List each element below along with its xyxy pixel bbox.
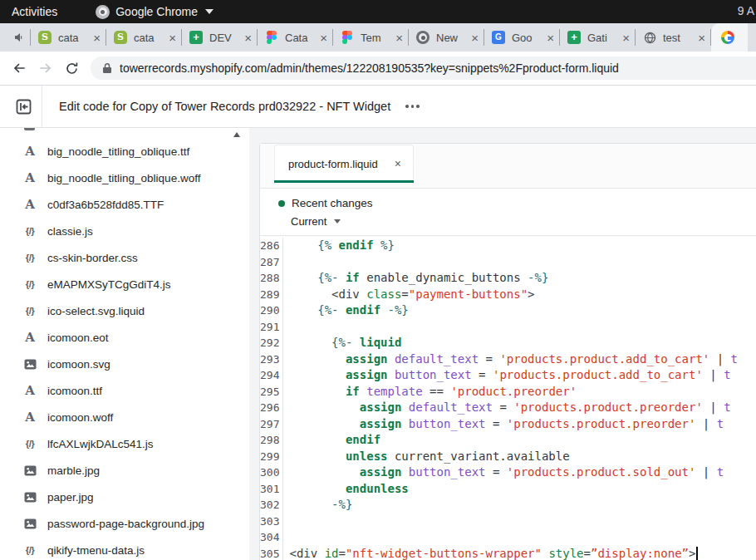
code-line[interactable]: 303 (260, 513, 756, 530)
tab-close-icon[interactable]: × (698, 32, 705, 44)
shopify-header: Edit code for Copy of Tower Records prd0… (0, 86, 756, 128)
back-button[interactable] (12, 61, 27, 76)
activities-button[interactable]: Activities (12, 5, 57, 18)
code-file-icon: {/} (22, 279, 37, 289)
tab-close-icon[interactable]: × (244, 32, 252, 44)
code-line[interactable]: 292 {%- liquid (260, 335, 756, 351)
code-text (283, 529, 289, 546)
file-row[interactable]: {/}cs-skin-border.css (0, 244, 249, 271)
browser-tab[interactable]: Cata× (258, 23, 332, 52)
code-text: assign default_text = 'products.product.… (283, 400, 730, 416)
tab-title: test (663, 32, 695, 44)
file-row[interactable]: {/}eMAPMXSyTCgGdiT4.js (0, 271, 249, 297)
file-row[interactable]: {/}qikify-tmenu-data.js (0, 537, 249, 560)
tab-title: Tem (361, 32, 392, 44)
tab-close-icon[interactable]: × (395, 32, 403, 44)
browser-tab[interactable]: test× (636, 23, 710, 52)
code-line[interactable]: 295 if template == 'product.preorder' (260, 384, 756, 400)
tab-close-icon[interactable]: × (622, 32, 630, 44)
tab-title: cata (58, 32, 90, 44)
browser-tab[interactable]: GGoo× (484, 23, 559, 52)
file-row[interactable]: Abig_noodle_titling_oblique.woff (0, 165, 249, 191)
code-text: endunless (283, 481, 408, 498)
file-row[interactable]: icomoon.svg (0, 351, 249, 377)
tab-close-icon[interactable]: × (320, 32, 327, 44)
file-row[interactable]: marble.jpg (0, 457, 249, 484)
address-bar[interactable]: towerrecords.myshopify.com/admin/themes/… (91, 56, 756, 80)
code-line[interactable]: 302 -%} (260, 497, 756, 513)
app-menu[interactable]: Google Chrome (96, 5, 214, 19)
browser-tab[interactable]: Tem× (333, 23, 408, 52)
lock-icon (102, 62, 112, 74)
line-number: 290 (260, 302, 283, 319)
editor-tab-bar: product-form.liquid × (260, 144, 756, 189)
code-line[interactable]: 304 (260, 529, 756, 546)
editor-tab-close-icon[interactable]: × (395, 157, 401, 170)
page-title: Edit code for Copy of Tower Records prd0… (59, 100, 390, 113)
code-text: if template == 'product.preorder' (283, 384, 577, 400)
code-line[interactable]: 288 {%- if enable_dynamic_buttons -%} (260, 270, 756, 287)
browser-tab[interactable]: Scata× (31, 23, 106, 52)
code-line[interactable]: 301 endunless (260, 481, 756, 498)
chrome-app-icon (96, 5, 110, 19)
scrollbar-up-arrow[interactable] (233, 132, 240, 137)
code-line[interactable]: 290 {%- endif -%} (260, 302, 756, 319)
browser-tab[interactable]: +Gati× (560, 23, 635, 52)
file-row[interactable]: Aicomoon.woff (0, 404, 249, 430)
file-name: icomoon.eot (47, 332, 109, 344)
file-row[interactable]: Aicomoon.eot (0, 324, 249, 351)
line-number: 300 (260, 464, 283, 481)
file-row[interactable]: Ac0df3a6b528fdd85.TTF (0, 191, 249, 218)
file-row[interactable]: {/}lfcAXLwjkDALc541.js (0, 430, 249, 457)
speaker-icon[interactable] (13, 32, 25, 43)
file-row[interactable]: paper.jpg (0, 484, 249, 510)
forward-button[interactable] (38, 61, 53, 76)
line-number: 297 (260, 416, 283, 433)
file-row[interactable]: {/}classie.js (0, 218, 249, 244)
tab-close-icon[interactable]: × (169, 32, 176, 44)
file-row[interactable]: password-page-background.jpg (0, 510, 249, 537)
browser-tab[interactable]: New× (409, 23, 484, 52)
font-file-icon: A (22, 170, 37, 185)
browser-tab-strip: Scata×Scata×+DEV×Cata×Tem×New×GGoo×+Gati… (0, 23, 756, 52)
version-dropdown[interactable]: Current (291, 215, 756, 228)
tab-close-icon[interactable]: × (93, 32, 101, 44)
code-line[interactable]: 297 assign button_text = 'products.produ… (260, 416, 756, 433)
font-file-icon: A (22, 144, 37, 159)
code-text: assign button_text = 'products.product.p… (283, 416, 724, 433)
code-line[interactable]: 299 unless current_variant.available (260, 449, 756, 465)
font-file-icon: A (22, 410, 37, 425)
line-number: 287 (260, 254, 283, 271)
browser-tab-partial[interactable] (711, 23, 748, 52)
sheets-favicon: + (189, 31, 203, 44)
browser-tab[interactable]: Scata× (106, 23, 181, 52)
file-name: c0df3a6b528fdd85.TTF (47, 199, 164, 211)
editor-tab-product-form[interactable]: product-form.liquid × (274, 145, 414, 182)
code-line[interactable]: 294 assign button_text = 'products.produ… (260, 367, 756, 384)
code-line[interactable]: 289 <div class="payment-buttons"> (260, 287, 756, 303)
more-actions-button[interactable] (405, 105, 420, 108)
code-area[interactable]: 286 {% endif %}287288 {%- if enable_dyna… (260, 236, 756, 560)
code-line[interactable]: 298 endif (260, 432, 756, 449)
tab-close-icon[interactable]: × (547, 32, 554, 44)
file-row[interactable]: Abig_noodle_titling_oblique.ttf (0, 138, 249, 165)
file-row[interactable]: Aicomoon.ttf (0, 377, 249, 404)
code-line[interactable]: 291 (260, 319, 756, 336)
code-line[interactable]: 305<div id="nft-widget-buttons-wrapper" … (260, 546, 756, 560)
clock[interactable]: 9 A (738, 4, 754, 17)
tab-title: New (436, 32, 468, 44)
code-text: assign default_text = 'products.product.… (283, 351, 738, 368)
reload-button[interactable] (65, 61, 79, 76)
tab-close-icon[interactable]: × (471, 32, 479, 44)
code-text: {% endif %} (283, 238, 394, 254)
image-file-icon (22, 492, 37, 503)
code-line[interactable]: 300 assign button_text = 'products.produ… (260, 464, 756, 481)
file-name: big_noodle_titling_oblique.woff (47, 172, 200, 184)
file-row[interactable]: {/}ico-select.svg.liquid (0, 297, 249, 324)
code-line[interactable]: 293 assign default_text = 'products.prod… (260, 351, 756, 368)
browser-tab[interactable]: +DEV× (182, 23, 257, 52)
code-line[interactable]: 296 assign default_text = 'products.prod… (260, 400, 756, 416)
code-line[interactable]: 287 (260, 254, 756, 271)
code-line[interactable]: 286 {% endif %} (260, 238, 756, 254)
exit-code-editor-button[interactable] (16, 99, 32, 115)
